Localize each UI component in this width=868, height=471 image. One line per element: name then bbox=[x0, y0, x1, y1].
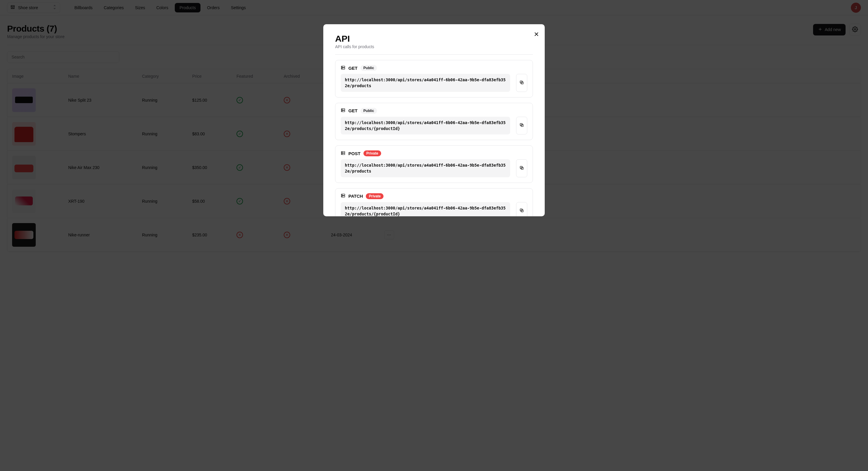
copy-button[interactable] bbox=[516, 202, 527, 216]
server-icon bbox=[341, 193, 345, 199]
svg-point-3 bbox=[342, 66, 342, 67]
api-endpoint-card: PATCH Private http://localhost:3000/api/… bbox=[335, 188, 533, 216]
svg-point-22 bbox=[342, 196, 342, 197]
access-badge: Public bbox=[361, 108, 377, 114]
copy-icon bbox=[519, 123, 524, 128]
api-body: http://localhost:3000/api/stores/a4a041f… bbox=[341, 74, 527, 92]
api-endpoint-card: POST Private http://localhost:3000/api/s… bbox=[335, 145, 533, 183]
server-icon bbox=[341, 65, 345, 71]
api-header: GET Public bbox=[341, 65, 527, 71]
svg-point-10 bbox=[342, 111, 342, 111]
svg-point-21 bbox=[342, 195, 342, 195]
api-verb: GET bbox=[348, 66, 358, 70]
svg-point-4 bbox=[342, 68, 342, 68]
copy-button[interactable] bbox=[516, 159, 527, 177]
api-body: http://localhost:3000/api/stores/a4a041f… bbox=[341, 117, 527, 135]
svg-point-9 bbox=[342, 109, 342, 109]
api-header: PATCH Private bbox=[341, 193, 527, 199]
access-badge: Private bbox=[366, 193, 383, 199]
close-icon: × bbox=[534, 30, 539, 39]
api-url: http://localhost:3000/api/stores/a4a041f… bbox=[341, 117, 510, 135]
api-endpoint-card: GET Public http://localhost:3000/api/sto… bbox=[335, 60, 533, 97]
api-verb: POST bbox=[348, 151, 361, 156]
api-header: GET Public bbox=[341, 108, 527, 114]
server-icon bbox=[341, 108, 345, 114]
svg-point-16 bbox=[342, 154, 342, 154]
modal-close-button[interactable]: × bbox=[534, 30, 539, 38]
modal-scroll[interactable]: API API calls for products GET Public ht… bbox=[323, 24, 545, 216]
api-url: http://localhost:3000/api/stores/a4a041f… bbox=[341, 159, 510, 177]
svg-point-15 bbox=[342, 152, 342, 152]
modal-title: API bbox=[335, 34, 533, 44]
modal-overlay[interactable]: × API API calls for products GET Public … bbox=[0, 0, 868, 252]
api-endpoint-card: GET Public http://localhost:3000/api/sto… bbox=[335, 103, 533, 140]
modal-subtitle: API calls for products bbox=[335, 44, 533, 55]
copy-button[interactable] bbox=[516, 117, 527, 135]
api-verb: GET bbox=[348, 108, 358, 113]
api-body: http://localhost:3000/api/stores/a4a041f… bbox=[341, 202, 527, 216]
server-icon bbox=[341, 151, 345, 156]
access-badge: Public bbox=[361, 65, 377, 71]
copy-icon bbox=[519, 166, 524, 171]
api-modal: × API API calls for products GET Public … bbox=[323, 24, 545, 216]
copy-button[interactable] bbox=[516, 74, 527, 92]
copy-icon bbox=[519, 80, 524, 86]
api-header: POST Private bbox=[341, 150, 527, 156]
access-badge: Private bbox=[364, 150, 381, 156]
api-url: http://localhost:3000/api/stores/a4a041f… bbox=[341, 74, 510, 92]
api-verb: PATCH bbox=[348, 194, 363, 199]
api-body: http://localhost:3000/api/stores/a4a041f… bbox=[341, 159, 527, 177]
copy-icon bbox=[519, 208, 524, 214]
api-url: http://localhost:3000/api/stores/a4a041f… bbox=[341, 202, 510, 216]
